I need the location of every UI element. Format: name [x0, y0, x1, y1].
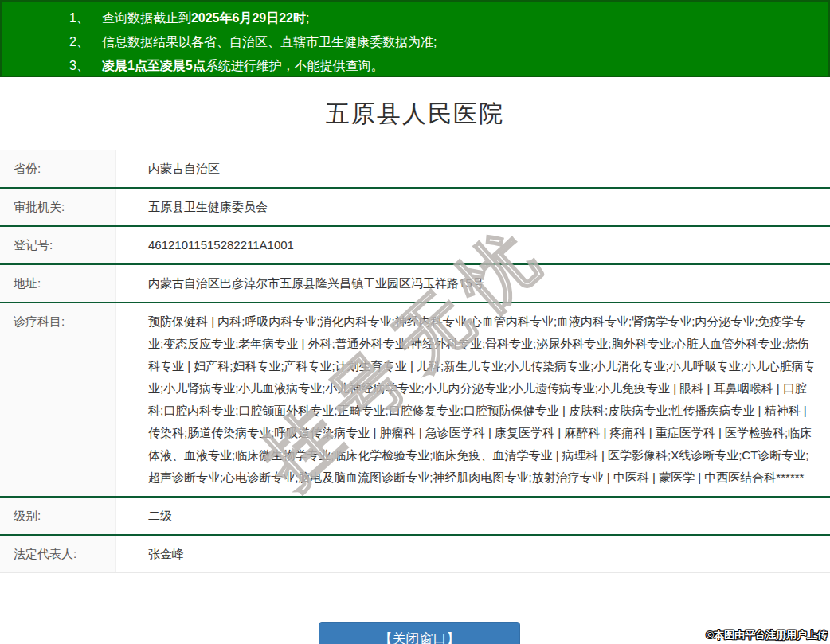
- info-row-level: 级别: 二级: [0, 498, 830, 536]
- info-row-legal-representative: 法定代表人: 张金峰: [0, 536, 830, 573]
- field-value: 预防保健科 | 内科;呼吸内科专业;消化内科专业;神经内科专业;心血管内科专业;…: [116, 303, 830, 496]
- notice-text-bold: 2025年6月29日22时: [191, 11, 306, 25]
- info-row-registration-number: 登记号: 46121011515282211A1001: [0, 227, 830, 265]
- info-row-province: 省份: 内蒙古自治区: [0, 150, 830, 189]
- field-label: 诊疗科目:: [0, 303, 116, 496]
- field-value: 46121011515282211A1001: [116, 227, 830, 263]
- notice-number: 3、: [69, 54, 89, 78]
- notice-text-bold: 凌晨1点至凌晨5点: [102, 59, 206, 72]
- notice-text: 信息数据结果以各省、自治区、直辖市卫生健康委数据为准;: [102, 35, 437, 49]
- info-row-medical-subjects: 诊疗科目: 预防保健科 | 内科;呼吸内科专业;消化内科专业;神经内科专业;心血…: [0, 303, 830, 498]
- field-value: 二级: [116, 498, 830, 534]
- info-row-approval-authority: 审批机关: 五原县卫生健康委员会: [0, 189, 830, 227]
- image-upload-copyright: ©本图由平台注册用户上传: [706, 628, 828, 642]
- field-label: 级别:: [0, 498, 116, 534]
- notice-text: ;: [306, 11, 309, 25]
- field-value: 内蒙古自治区: [116, 150, 830, 187]
- notice-banner: 1、查询数据截止到2025年6月29日22时; 2、信息数据结果以各省、自治区、…: [0, 0, 830, 77]
- field-label: 省份:: [0, 150, 116, 187]
- notice-number: 1、: [69, 6, 89, 30]
- field-label: 审批机关:: [0, 189, 116, 225]
- close-window-button[interactable]: 【关闭窗口】: [319, 622, 520, 644]
- field-value: 五原县卫生健康委员会: [116, 189, 830, 225]
- notice-text: 查询数据截止到: [102, 11, 191, 25]
- notice-text: 系统进行维护，不能提供查询。: [206, 59, 384, 72]
- field-value: 张金峰: [116, 536, 830, 572]
- notice-item-3: 3、凌晨1点至凌晨5点系统进行维护，不能提供查询。: [69, 54, 828, 78]
- hospital-info-table: 省份: 内蒙古自治区 审批机关: 五原县卫生健康委员会 登记号: 4612101…: [0, 150, 830, 573]
- field-label: 地址:: [0, 265, 116, 302]
- notice-number: 2、: [69, 30, 89, 54]
- notice-item-2: 2、信息数据结果以各省、自治区、直辖市卫生健康委数据为准;: [69, 30, 828, 54]
- notice-item-1: 1、查询数据截止到2025年6月29日22时;: [69, 6, 828, 30]
- info-row-address: 地址: 内蒙古自治区巴彦淖尔市五原县隆兴昌镇工业园区冯玉祥路15号: [0, 265, 830, 303]
- field-label: 登记号:: [0, 227, 116, 263]
- hospital-name-title: 五原县人民医院: [0, 98, 830, 131]
- field-label: 法定代表人:: [0, 536, 116, 572]
- field-value: 内蒙古自治区巴彦淖尔市五原县隆兴昌镇工业园区冯玉祥路15号: [116, 265, 830, 302]
